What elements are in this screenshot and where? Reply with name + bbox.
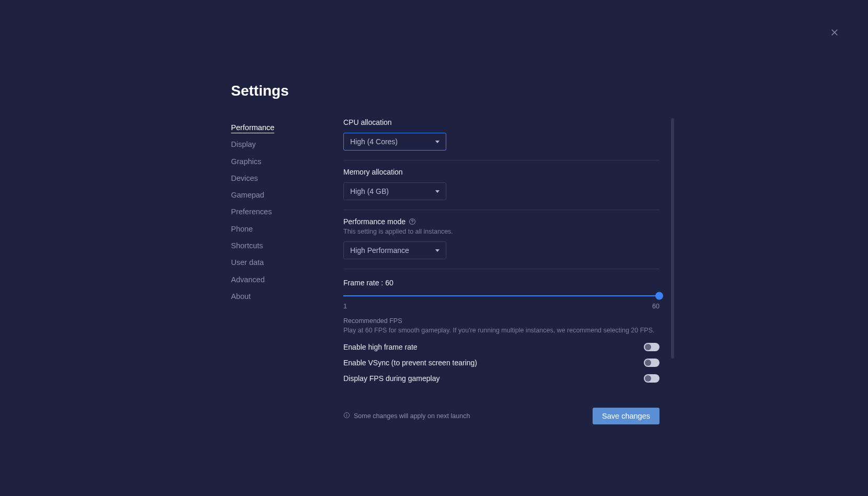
- sidebar-item-gamepad[interactable]: Gamepad: [231, 187, 343, 203]
- cpu-allocation-select[interactable]: High (4 Cores): [343, 133, 446, 151]
- slider-thumb[interactable]: [655, 292, 663, 300]
- sidebar-item-label: Gamepad: [231, 191, 264, 199]
- chevron-down-icon: [435, 141, 439, 143]
- sidebar-item-devices[interactable]: Devices: [231, 170, 343, 187]
- memory-allocation-section: Memory allocation High (4 GB): [343, 168, 659, 210]
- sidebar-item-advanced[interactable]: Advanced: [231, 271, 343, 288]
- display-fps-label: Display FPS during gameplay: [343, 374, 439, 383]
- sidebar-item-label: Preferences: [231, 207, 272, 216]
- footer-note: Some changes will apply on next launch: [343, 412, 470, 420]
- cpu-allocation-label: CPU allocation: [343, 118, 659, 126]
- sidebar-item-label: Graphics: [231, 157, 261, 166]
- enable-vsync-row: Enable VSync (to prevent screen tearing): [343, 359, 659, 367]
- sidebar-item-label: About: [231, 292, 251, 301]
- enable-vsync-toggle[interactable]: [644, 359, 659, 367]
- performance-mode-section: Performance mode This setting is applied…: [343, 217, 659, 269]
- enable-high-frame-rate-row: Enable high frame rate: [343, 343, 659, 351]
- frame-rate-min: 1: [343, 303, 347, 310]
- sidebar-item-label: Phone: [231, 225, 253, 233]
- sidebar-item-performance[interactable]: Performance: [231, 119, 343, 136]
- performance-mode-subtext: This setting is applied to all instances…: [343, 228, 659, 235]
- display-fps-toggle[interactable]: [644, 374, 659, 383]
- frame-rate-label: Frame rate : 60: [343, 279, 659, 287]
- sidebar-item-label: Devices: [231, 174, 258, 182]
- recommended-fps-title: Recommended FPS: [343, 317, 659, 325]
- frame-rate-value: 60: [385, 279, 394, 287]
- performance-mode-label: Performance mode: [343, 217, 659, 226]
- sidebar-item-label: Advanced: [231, 275, 265, 284]
- performance-mode-value: High Performance: [350, 246, 409, 255]
- cpu-allocation-section: CPU allocation High (4 Cores): [343, 118, 659, 160]
- chevron-down-icon: [435, 190, 439, 193]
- performance-mode-label-text: Performance mode: [343, 217, 406, 226]
- sidebar-item-label: Performance: [231, 123, 274, 133]
- memory-allocation-value: High (4 GB): [350, 187, 389, 195]
- page-title: Settings: [231, 83, 659, 99]
- svg-point-6: [346, 413, 347, 414]
- save-changes-button[interactable]: Save changes: [593, 408, 659, 424]
- sidebar-item-graphics[interactable]: Graphics: [231, 153, 343, 170]
- settings-main: CPU allocation High (4 Cores) Memory all…: [343, 118, 659, 424]
- sidebar-item-label: Shortcuts: [231, 241, 263, 250]
- memory-allocation-select[interactable]: High (4 GB): [343, 182, 446, 200]
- enable-vsync-label: Enable VSync (to prevent screen tearing): [343, 359, 477, 367]
- sidebar-item-preferences[interactable]: Preferences: [231, 203, 343, 220]
- recommended-fps-block: Recommended FPS Play at 60 FPS for smoot…: [343, 317, 659, 336]
- toggle-knob: [645, 344, 651, 350]
- sidebar-item-display[interactable]: Display: [231, 136, 343, 153]
- close-icon: [830, 28, 839, 39]
- toggle-knob: [645, 375, 651, 382]
- svg-point-3: [412, 223, 413, 223]
- scrollbar[interactable]: [671, 118, 674, 359]
- info-icon: [343, 412, 350, 420]
- footer-note-text: Some changes will apply on next launch: [354, 412, 470, 420]
- help-icon[interactable]: [409, 218, 416, 225]
- performance-mode-select[interactable]: High Performance: [343, 241, 446, 259]
- sidebar-item-about[interactable]: About: [231, 288, 343, 305]
- sidebar-item-label: User data: [231, 258, 264, 267]
- enable-high-frame-rate-toggle[interactable]: [644, 343, 659, 351]
- sidebar-item-shortcuts[interactable]: Shortcuts: [231, 237, 343, 254]
- frame-rate-label-prefix: Frame rate :: [343, 279, 385, 287]
- settings-sidebar: Performance Display Graphics Devices Gam…: [231, 118, 343, 424]
- sidebar-item-user-data[interactable]: User data: [231, 254, 343, 271]
- sidebar-item-phone[interactable]: Phone: [231, 221, 343, 237]
- cpu-allocation-value: High (4 Cores): [350, 137, 398, 146]
- chevron-down-icon: [435, 249, 439, 252]
- frame-rate-max: 60: [652, 303, 659, 310]
- memory-allocation-label: Memory allocation: [343, 168, 659, 176]
- sidebar-item-label: Display: [231, 140, 256, 148]
- frame-rate-section: Frame rate : 60 1 60 Recommended FPS Pla…: [343, 276, 659, 390]
- close-button[interactable]: [826, 25, 843, 42]
- toggle-knob: [645, 360, 651, 366]
- settings-footer: Some changes will apply on next launch S…: [343, 408, 659, 424]
- enable-high-frame-rate-label: Enable high frame rate: [343, 343, 418, 351]
- recommended-fps-text: Play at 60 FPS for smooth gameplay. If y…: [343, 326, 659, 336]
- display-fps-row: Display FPS during gameplay: [343, 374, 659, 383]
- frame-rate-slider[interactable]: [343, 291, 659, 301]
